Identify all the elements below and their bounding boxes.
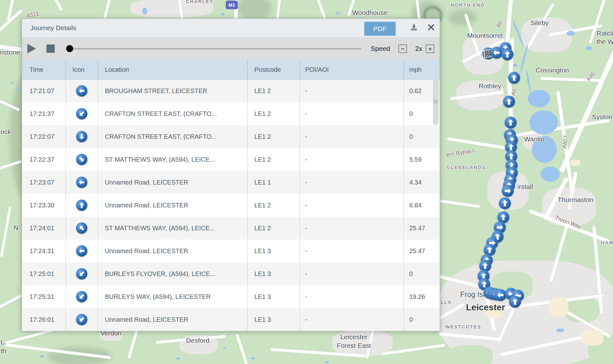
- up-arrow-icon: [510, 74, 518, 82]
- table-row[interactable]: 17:21:07 BROUGHAM STREET, LEICESTERLE1 2…: [22, 79, 440, 102]
- table-row[interactable]: 17:24:31 Unnamed Road, LEICESTERLE1 3-25…: [22, 239, 440, 262]
- panel-header: Journey Details PDF: [22, 19, 440, 37]
- row-location: CRAFTON STREET EAST, (CRAFTO...: [98, 102, 247, 125]
- row-icon-cell: [65, 102, 98, 125]
- row-icon-cell: [65, 79, 98, 102]
- direction-up-arrow-icon: [76, 199, 87, 211]
- table-row[interactable]: 17:26:01 Unnamed Road, LEICESTERLE1 3-0: [22, 308, 440, 331]
- table-row[interactable]: 17:21:37 CRAFTON STREET EAST, (CRAFTO...…: [22, 102, 440, 125]
- up-arrow-icon: [511, 298, 519, 306]
- water-body: [336, 12, 340, 15]
- up-arrow-icon: [499, 213, 507, 221]
- road: [505, 0, 513, 43]
- row-location: Unnamed Road, LEICESTER: [98, 194, 247, 217]
- retail-area-patch: [549, 297, 568, 317]
- table-scrollbar[interactable]: [433, 80, 438, 125]
- column-header-postcode: Postcode: [247, 60, 300, 79]
- water-body: [541, 166, 560, 182]
- route-marker[interactable]: [503, 96, 515, 108]
- row-location: Unnamed Road, LEICESTER: [98, 239, 247, 262]
- water-body: [40, 355, 44, 358]
- table-row[interactable]: 17:23:30 Unnamed Road, LEICESTERLE1 2-6.…: [22, 194, 440, 217]
- table-row[interactable]: 17:25:31 BURLEYS WAY, (A594), LEICESTERL…: [22, 285, 440, 308]
- journey-details-panel: Journey Details PDF Speed − 2x +: [22, 18, 440, 331]
- road: [276, 0, 281, 20]
- up-arrow-icon: [503, 50, 512, 58]
- water-body: [567, 31, 575, 36]
- water-body: [176, 357, 180, 360]
- speed-decrease-button[interactable]: −: [398, 44, 407, 53]
- water-body: [556, 328, 564, 332]
- row-postcode: LE1 1: [247, 171, 300, 194]
- route-marker[interactable]: [502, 185, 514, 197]
- water-body: [221, 13, 224, 16]
- road: [541, 77, 604, 82]
- row-postcode: LE1 2: [247, 148, 300, 171]
- park-patch: [448, 345, 493, 364]
- row-postcode: LE1 2: [247, 102, 300, 125]
- route-marker[interactable]: [501, 48, 513, 60]
- column-header-time: Time: [22, 60, 65, 79]
- table-row[interactable]: 17:25:01 BURLEYS FLYOVER, (A594), LEICE.…: [22, 262, 440, 285]
- direction-down-left-arrow-icon: [76, 291, 87, 302]
- row-mph: 25.47: [403, 239, 440, 262]
- pdf-export-button[interactable]: PDF: [364, 22, 396, 36]
- water-body: [526, 70, 531, 92]
- row-time: 17:24:31: [22, 239, 65, 262]
- row-postcode: LE1 2: [247, 79, 300, 102]
- play-button[interactable]: [27, 44, 36, 53]
- table-row[interactable]: 17:24:01 ST MATTHEWS WAY, (A594), LEICE.…: [22, 217, 440, 239]
- row-mph: 0: [403, 262, 440, 285]
- speed-increase-button[interactable]: +: [426, 44, 434, 53]
- urban-area-patch: [100, 331, 122, 341]
- water-body: [586, 46, 592, 50]
- direction-down-left-arrow-icon: [76, 314, 87, 325]
- close-button[interactable]: [426, 23, 437, 33]
- water-body: [223, 347, 226, 349]
- row-time: 17:22:37: [22, 148, 65, 171]
- direction-down-right-arrow-icon: [76, 154, 87, 165]
- row-time: 17:24:01: [22, 217, 65, 239]
- map-label-north-end: NORTH END: [451, 2, 485, 8]
- table-row[interactable]: 17:23:07 Unnamed Road, LEICESTERLE1 1-4.…: [22, 171, 440, 194]
- row-poi-aoi: -: [300, 285, 403, 308]
- table-row[interactable]: 17:22:37 ST MATTHEWS WAY, (A594), LEICE.…: [22, 148, 440, 171]
- retail-area-patch: [486, 304, 504, 318]
- route-marker[interactable]: [508, 72, 520, 84]
- road: [436, 199, 480, 208]
- map-label-ratcliffe-on: Ratcliffe on: [596, 30, 613, 37]
- row-time: 17:21:07: [22, 79, 65, 102]
- route-marker[interactable]: [505, 117, 517, 129]
- row-icon-cell: [65, 217, 98, 239]
- row-poi-aoi: -: [300, 262, 403, 285]
- row-postcode: LE1 3: [247, 262, 300, 285]
- row-postcode: LE1 2: [247, 194, 300, 217]
- direction-down-left-arrow-icon: [76, 108, 87, 119]
- water-body: [324, 361, 329, 363]
- row-mph: 5.59: [403, 148, 440, 171]
- row-poi-aoi: -: [300, 148, 403, 171]
- row-poi-aoi: -: [300, 239, 403, 262]
- timeline-slider-track[interactable]: [68, 48, 361, 50]
- road: [4, 329, 54, 344]
- road: [347, 0, 355, 17]
- download-button[interactable]: [409, 23, 419, 33]
- timeline-slider-handle[interactable]: [66, 45, 73, 52]
- map-label-a511: A511: [26, 10, 39, 19]
- route-marker[interactable]: [494, 289, 506, 301]
- row-poi-aoi: -: [300, 102, 403, 125]
- row-poi-aoi: -: [300, 217, 403, 239]
- row-postcode: LE1 3: [247, 285, 300, 308]
- table-row[interactable]: 17:22:07 CRAFTON STREET EAST, (CRAFTO...…: [22, 125, 440, 148]
- row-time: 17:22:07: [22, 125, 65, 148]
- route-marker[interactable]: [509, 296, 521, 308]
- journey-table: TimeIconLocationPostcodePOI/AOImph 17:21…: [22, 60, 440, 331]
- row-location: BURLEYS FLYOVER, (A594), LEICE...: [98, 262, 247, 285]
- route-marker[interactable]: [499, 197, 511, 209]
- stop-button[interactable]: [46, 44, 55, 53]
- direction-left-arrow-icon: [76, 177, 87, 188]
- column-header-poi-aoi: POI/AOI: [300, 60, 403, 79]
- row-mph: 25.47: [403, 217, 440, 239]
- row-icon-cell: [65, 148, 98, 171]
- row-icon-cell: [65, 308, 98, 331]
